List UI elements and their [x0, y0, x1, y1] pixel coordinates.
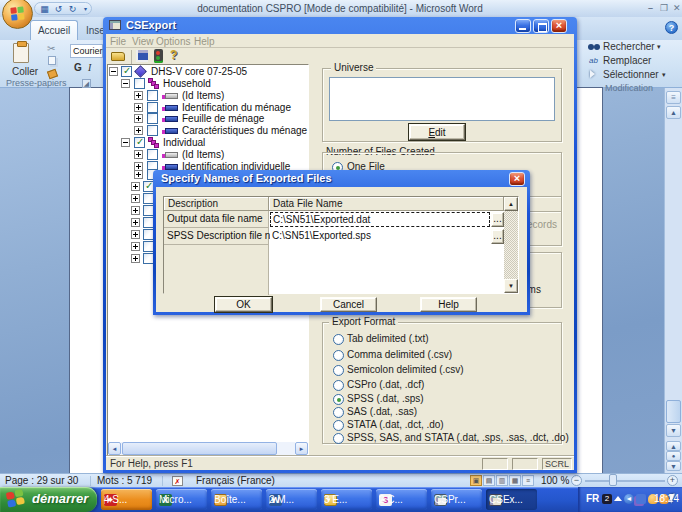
italic-button[interactable]: I	[88, 62, 91, 73]
expand-icon[interactable]	[134, 91, 143, 100]
scroll-right-icon[interactable]: ►	[295, 442, 308, 455]
word-scrollbar[interactable]: ≡ ▲ ▼ ▲ ● ▼	[664, 88, 682, 473]
cancel-button[interactable]: Cancel	[320, 297, 377, 312]
radio-label[interactable]: Tab delimited (.txt)	[347, 333, 429, 345]
taskbar-button-cspro-designer[interactable]: CSPr...	[431, 489, 482, 510]
tree-checkbox[interactable]	[134, 137, 145, 148]
scroll-thumb[interactable]	[122, 442, 277, 455]
tree-checkbox[interactable]	[134, 78, 145, 89]
redo-icon[interactable]: ↻	[67, 4, 78, 15]
bold-button[interactable]: G	[74, 62, 82, 73]
language-status[interactable]: Français (France)	[196, 475, 275, 487]
data-file-name-input[interactable]: C:\SN51\Exported.dat	[270, 212, 490, 227]
expand-icon[interactable]	[134, 114, 143, 123]
open-file-icon[interactable]	[111, 52, 125, 61]
taskbar-button-word-group[interactable]: W 2 M...	[266, 489, 317, 510]
proofing-status-icon[interactable]: ✗	[172, 476, 183, 486]
scroll-track[interactable]	[504, 211, 518, 279]
zoom-out-icon[interactable]: −	[571, 475, 582, 486]
tree-item-label[interactable]: DHS-V core 07-25-05	[151, 66, 247, 77]
collapse-icon[interactable]	[121, 79, 130, 88]
expand-icon[interactable]	[134, 170, 143, 179]
tree-horizontal-scrollbar[interactable]: ◄ ►	[108, 442, 308, 455]
scroll-up-icon[interactable]: ▲	[504, 197, 518, 211]
radio-tab-delimited[interactable]	[333, 334, 344, 345]
radio-spss-sas-stata[interactable]	[333, 433, 344, 444]
language-indicator[interactable]: FR	[586, 493, 599, 504]
menu-help[interactable]: Help	[194, 36, 215, 47]
tree-item-label[interactable]: (Id Items)	[182, 90, 224, 101]
help-icon[interactable]: ?	[170, 48, 177, 62]
find-button[interactable]: Rechercher	[603, 41, 655, 52]
view-draft-icon[interactable]: ≡	[522, 475, 534, 486]
expand-icon[interactable]	[131, 182, 140, 191]
scroll-thumb[interactable]	[666, 400, 681, 423]
scroll-down-icon[interactable]: ▼	[666, 424, 681, 437]
next-page-icon[interactable]: ▼	[666, 461, 681, 471]
tree-item-label[interactable]: Household	[163, 78, 211, 89]
radio-label[interactable]: STATA (.dat, .dct, .do)	[347, 419, 444, 431]
view-print-layout-icon[interactable]: ▣	[470, 475, 482, 486]
group-dropdown-icon[interactable]	[379, 496, 386, 504]
expand-icon[interactable]	[131, 242, 140, 251]
browse-button[interactable]: ...	[491, 212, 504, 227]
group-dropdown-icon[interactable]	[104, 496, 111, 504]
qat-customize-icon[interactable]: ▾	[80, 4, 91, 15]
cut-icon[interactable]: ✂	[47, 43, 55, 54]
tree-checkbox[interactable]	[121, 66, 132, 77]
clock[interactable]: 18:24	[654, 493, 679, 504]
expand-icon[interactable]	[131, 254, 140, 263]
ruler-toggle-icon[interactable]: ≡	[666, 91, 681, 104]
radio-label[interactable]: SAS (.dat, .sas)	[347, 406, 417, 418]
tree-checkbox[interactable]	[147, 102, 158, 113]
tab-accueil[interactable]: Accueil	[30, 20, 78, 40]
dialog-close-button[interactable]	[509, 172, 525, 186]
tree-item-label[interactable]: Caractéristiques du ménage	[182, 125, 307, 136]
save-icon[interactable]: ▦	[39, 4, 50, 15]
word-restore-button[interactable]: ❐	[660, 3, 668, 13]
csexport-restore-button[interactable]	[533, 19, 549, 33]
expand-icon[interactable]	[131, 194, 140, 203]
hide-icons-chevron-icon[interactable]	[614, 496, 622, 501]
view-fullscreen-icon[interactable]: ▤	[483, 475, 495, 486]
radio-label[interactable]: Semicolon delimited (.csv)	[347, 364, 464, 376]
select-browse-object-icon[interactable]: ●	[666, 451, 681, 461]
zoom-in-icon[interactable]: +	[667, 475, 678, 486]
taskbar-button-explorer-group[interactable]: 3 E...	[321, 489, 372, 510]
tree-item-label[interactable]: Individual	[163, 137, 205, 148]
taskbar-button-cspro-group[interactable]: S 2 C...	[376, 489, 427, 510]
help-button[interactable]: Help	[420, 297, 477, 312]
menu-options[interactable]: Options	[156, 36, 190, 47]
tree-checkbox[interactable]	[147, 90, 158, 101]
previous-page-icon[interactable]: ▲	[666, 441, 681, 451]
universe-textarea[interactable]	[329, 77, 555, 121]
replace-button[interactable]: Remplacer	[603, 55, 651, 66]
scroll-left-icon[interactable]: ◄	[108, 442, 121, 455]
ok-button[interactable]: OK	[215, 297, 272, 312]
scroll-down-icon[interactable]: ▼	[504, 279, 518, 293]
group-dropdown-icon[interactable]	[324, 496, 331, 504]
collapse-icon[interactable]	[109, 67, 118, 76]
expand-icon[interactable]	[131, 206, 140, 215]
start-button[interactable]: démarrer	[0, 487, 97, 512]
scroll-up-icon[interactable]: ▲	[666, 106, 681, 119]
find-dropdown-icon[interactable]: ▾	[657, 43, 661, 51]
radio-label[interactable]: SPSS (.dat, .sps)	[347, 393, 424, 405]
group-dropdown-icon[interactable]	[269, 496, 276, 504]
csexport-close-button[interactable]	[551, 19, 567, 33]
tree-item-label[interactable]: Feuille de ménage	[182, 113, 264, 124]
zoom-slider-thumb[interactable]	[609, 474, 617, 486]
clipboard-dialog-launcher-icon[interactable]: ◢	[82, 79, 91, 88]
undo-icon[interactable]: ↺	[53, 4, 64, 15]
paste-button[interactable]: Coller	[4, 42, 42, 80]
expand-icon[interactable]	[131, 218, 140, 227]
radio-cspro[interactable]	[333, 380, 344, 391]
collapse-icon[interactable]	[121, 138, 130, 147]
table-scrollbar[interactable]: ▲ ▼	[504, 197, 518, 293]
expand-icon[interactable]	[134, 103, 143, 112]
radio-spss[interactable]	[333, 394, 344, 405]
radio-label[interactable]: Comma delimited (.csv)	[347, 349, 452, 361]
taskbar-button-inbox[interactable]: Boîte...	[211, 489, 262, 510]
taskbar-button-csexport[interactable]: CSEx...	[486, 489, 537, 510]
tree-checkbox[interactable]	[147, 125, 158, 136]
